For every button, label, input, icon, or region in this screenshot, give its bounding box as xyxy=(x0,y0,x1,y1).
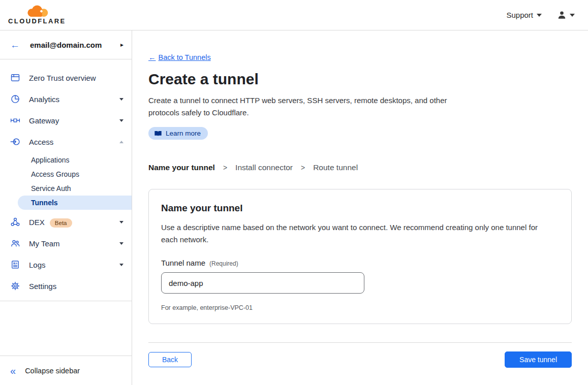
document-list-icon xyxy=(10,260,20,270)
sidebar-item-access-groups[interactable]: Access Groups xyxy=(0,167,132,181)
chevron-down-icon xyxy=(570,14,575,17)
support-label: Support xyxy=(506,11,533,19)
sidebar-item-label: Service Auth xyxy=(31,184,71,192)
pie-chart-icon xyxy=(10,94,20,104)
back-button[interactable]: Back xyxy=(148,352,192,367)
chevron-down-icon[interactable] xyxy=(119,98,123,101)
sidebar-item-settings[interactable]: Settings xyxy=(0,275,132,297)
sidebar-item-analytics[interactable]: Analytics xyxy=(0,88,132,110)
chevron-down-icon[interactable] xyxy=(119,119,123,122)
back-arrow-icon: ← xyxy=(148,53,156,61)
top-header: CLOUDFLARE Support xyxy=(0,0,588,30)
sidebar-item-label: Access xyxy=(29,138,119,146)
tunnel-name-example: For example, enterprise-VPC-01 xyxy=(161,304,559,311)
double-chevron-left-icon: « xyxy=(10,366,16,376)
people-icon xyxy=(10,238,20,248)
save-tunnel-button[interactable]: Save tunnel xyxy=(505,351,572,368)
sidebar-item-gateway[interactable]: Gateway xyxy=(0,110,132,131)
gateway-icon xyxy=(10,115,20,125)
page-title: Create a tunnel xyxy=(148,71,572,88)
main-content: ← Back to Tunnels Create a tunnel Create… xyxy=(132,30,588,385)
sidebar: ← email@domain.com ▸ Zero Trust overview… xyxy=(0,30,132,385)
sidebar-item-label: Analytics xyxy=(29,95,119,104)
back-arrow-icon[interactable]: ← xyxy=(10,40,20,50)
card-description: Use a descriptive name based on the netw… xyxy=(161,221,553,246)
sidebar-item-tunnels[interactable]: Tunnels xyxy=(18,196,132,210)
chevron-down-icon[interactable] xyxy=(119,221,123,223)
step-install-connector: Install connector xyxy=(235,163,293,172)
login-arrow-icon xyxy=(10,137,20,147)
sidebar-item-zero-trust-overview[interactable]: Zero Trust overview xyxy=(0,67,132,88)
chevron-down-icon[interactable] xyxy=(119,242,123,245)
page-description: Create a tunnel to connect HTTP web serv… xyxy=(148,94,449,119)
sidebar-nav: Zero Trust overview Analytics Gateway xyxy=(0,59,132,301)
book-icon xyxy=(154,130,162,137)
sidebar-item-service-auth[interactable]: Service Auth xyxy=(0,181,132,196)
tunnel-stepper: Name your tunnel > Install connector > R… xyxy=(148,163,572,172)
account-email: email@domain.com xyxy=(30,41,120,49)
sidebar-item-my-team[interactable]: My Team xyxy=(0,233,132,254)
sidebar-item-label: Gateway xyxy=(29,116,119,125)
user-icon xyxy=(557,10,567,20)
gear-icon xyxy=(10,281,20,291)
access-subnav: Applications Access Groups Service Auth … xyxy=(0,152,132,211)
cloudflare-cloud-icon xyxy=(25,5,49,18)
beta-badge: Beta xyxy=(50,218,72,228)
learn-more-badge[interactable]: Learn more xyxy=(148,127,208,140)
tunnel-name-label: Tunnel name xyxy=(161,259,205,267)
sidebar-item-label: DEXBeta xyxy=(29,218,119,227)
back-to-tunnels-link[interactable]: ← Back to Tunnels xyxy=(148,53,211,61)
sidebar-item-access[interactable]: Access xyxy=(0,131,132,152)
sidebar-item-dex[interactable]: DEXBeta xyxy=(0,211,132,233)
step-route-tunnel: Route tunnel xyxy=(313,163,358,172)
collapse-sidebar-label: Collapse sidebar xyxy=(25,367,80,375)
sidebar-item-label: Logs xyxy=(29,261,119,269)
expand-right-icon[interactable]: ▸ xyxy=(120,41,123,48)
support-menu[interactable]: Support xyxy=(506,11,542,19)
collapse-sidebar-button[interactable]: « Collapse sidebar xyxy=(0,356,132,385)
name-tunnel-card: Name your tunnel Use a descriptive name … xyxy=(148,189,572,324)
brand-wordmark: CLOUDFLARE xyxy=(8,17,66,25)
account-switcher[interactable]: ← email@domain.com ▸ xyxy=(0,30,132,59)
user-account-menu[interactable] xyxy=(557,10,575,20)
back-link-label: Back to Tunnels xyxy=(159,53,211,61)
sidebar-item-label: Settings xyxy=(29,282,123,291)
network-nodes-icon xyxy=(10,217,20,227)
form-footer: Back Save tunnel xyxy=(148,342,572,368)
chevron-up-icon[interactable] xyxy=(119,141,123,143)
required-hint: (Required) xyxy=(209,260,238,267)
cloudflare-logo[interactable]: CLOUDFLARE xyxy=(8,5,66,25)
tunnel-name-input[interactable] xyxy=(161,272,364,294)
step-separator: > xyxy=(301,164,305,172)
sidebar-item-label: My Team xyxy=(29,239,119,248)
sidebar-item-logs[interactable]: Logs xyxy=(0,254,132,275)
sidebar-item-applications[interactable]: Applications xyxy=(0,153,132,167)
learn-more-label: Learn more xyxy=(166,130,201,137)
sidebar-item-label: Tunnels xyxy=(31,199,58,207)
step-separator: > xyxy=(223,164,227,172)
sidebar-item-label: Zero Trust overview xyxy=(29,74,123,82)
window-icon xyxy=(10,73,20,83)
chevron-down-icon xyxy=(537,14,542,17)
step-name-your-tunnel: Name your tunnel xyxy=(148,163,215,172)
card-title: Name your tunnel xyxy=(161,203,559,214)
chevron-down-icon[interactable] xyxy=(119,264,123,266)
sidebar-item-label: Applications xyxy=(31,156,70,164)
sidebar-item-label: Access Groups xyxy=(31,170,79,178)
